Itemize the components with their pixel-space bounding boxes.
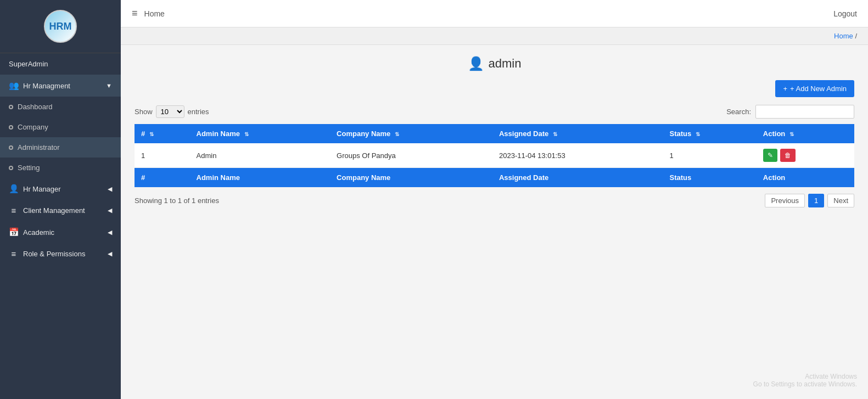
academic-icon: 📅 — [9, 227, 19, 237]
sidebar-item-client-management[interactable]: ≡ Client Management ◀ — [0, 200, 121, 221]
page-1-button[interactable]: 1 — [808, 194, 824, 207]
hr-manager-icon: 👤 — [9, 184, 19, 194]
page-title-bar: 👤 admin — [135, 56, 854, 71]
delete-button[interactable]: 🗑 — [780, 149, 796, 162]
page-title: admin — [489, 57, 522, 71]
sidebar-item-dashboard[interactable]: Dashboard — [0, 97, 121, 117]
sidebar: HRM SuperAdmin 👥 Hr Managment ▼ Dashboar… — [0, 0, 121, 399]
table-controls: Show 10 25 50 100 entries Search: — [135, 105, 854, 119]
topbar-left: ≡ Home — [132, 8, 165, 19]
hr-management-icon: 👥 — [9, 81, 19, 91]
sidebar-item-hr-manager[interactable]: 👤 Hr Manager ◀ — [0, 178, 121, 200]
table-row: 1 Admin Groups Of Pandya 2023-11-04 13:0… — [135, 143, 854, 168]
chevron-left-icon: ◀ — [108, 207, 112, 214]
cell-admin-name: Admin — [190, 143, 331, 168]
sidebar-item-administrator[interactable]: Administrator — [0, 137, 121, 158]
content-area: 👤 admin + + Add New Admin Show 10 25 50 … — [121, 45, 868, 399]
col-status[interactable]: Status ⇅ — [663, 124, 757, 143]
sidebar-user: SuperAdmin — [0, 53, 121, 75]
sidebar-menu: 👥 Hr Managment ▼ Dashboard Company Admin… — [0, 75, 121, 265]
showing-text: Showing 1 to 1 of 1 entries — [135, 196, 219, 205]
dot-icon — [9, 105, 13, 109]
footer-col-admin-name: Admin Name — [190, 168, 331, 188]
chevron-down-icon: ▼ — [106, 82, 112, 89]
cell-assigned-date: 2023-11-04 13:01:53 — [492, 143, 663, 168]
footer-col-num: # — [135, 168, 190, 188]
pagination-controls: Previous 1 Next — [765, 194, 854, 207]
col-assigned-date[interactable]: Assigned Date ⇅ — [492, 124, 663, 143]
show-entries: Show 10 25 50 100 entries — [135, 105, 209, 118]
add-new-admin-button[interactable]: + + Add New Admin — [775, 80, 854, 97]
table-footer-row: # Admin Name Company Name Assigned Date … — [135, 168, 854, 188]
sidebar-logo: HRM — [0, 0, 121, 53]
chevron-left-icon: ◀ — [108, 229, 112, 236]
breadcrumb: Home / — [121, 27, 868, 45]
search-bar: Search: — [726, 105, 854, 119]
show-label: Show — [135, 108, 153, 116]
dot-icon — [9, 145, 13, 150]
logout-button[interactable]: Logout — [833, 9, 857, 18]
client-management-icon: ≡ — [9, 206, 19, 215]
col-num[interactable]: # ⇅ — [135, 124, 190, 143]
breadcrumb-separator: / — [855, 32, 857, 40]
main-content: ≡ Home Logout Home / 👤 admin + + Add New… — [121, 0, 868, 399]
hamburger-icon[interactable]: ≡ — [132, 8, 138, 19]
footer-col-company-name: Company Name — [330, 168, 492, 188]
footer-col-action: Action — [757, 168, 854, 188]
topbar: ≡ Home Logout — [121, 0, 868, 27]
cell-num: 1 — [135, 143, 190, 168]
role-permissions-icon: ≡ — [9, 249, 19, 258]
cell-company-name: Groups Of Pandya — [330, 143, 492, 168]
sidebar-item-hr-management[interactable]: 👥 Hr Managment ▼ — [0, 75, 121, 97]
chevron-left-icon: ◀ — [108, 250, 112, 257]
footer-col-assigned-date: Assigned Date — [492, 168, 663, 188]
sidebar-item-academic[interactable]: 📅 Academic ◀ — [0, 221, 121, 243]
logo-icon: HRM — [44, 10, 77, 43]
plus-icon: + — [783, 85, 787, 93]
admin-user-icon: 👤 — [468, 56, 484, 71]
next-button[interactable]: Next — [827, 194, 854, 207]
col-company-name[interactable]: Company Name ⇅ — [330, 124, 492, 143]
previous-button[interactable]: Previous — [765, 194, 805, 207]
topbar-home-link[interactable]: Home — [144, 9, 165, 18]
footer-col-status: Status — [663, 168, 757, 188]
add-btn-bar: + + Add New Admin — [135, 80, 854, 97]
search-input[interactable] — [755, 105, 854, 119]
admin-table: # ⇅ Admin Name ⇅ Company Name ⇅ Assigned… — [135, 124, 854, 187]
col-admin-name[interactable]: Admin Name ⇅ — [190, 124, 331, 143]
chevron-left-icon: ◀ — [108, 186, 112, 193]
cell-action: ✎ 🗑 — [757, 143, 854, 168]
pagination-bar: Showing 1 to 1 of 1 entries Previous 1 N… — [135, 194, 854, 207]
cell-status: 1 — [663, 143, 757, 168]
sidebar-item-setting[interactable]: Setting — [0, 158, 121, 178]
search-label: Search: — [726, 108, 751, 116]
entries-select[interactable]: 10 25 50 100 — [156, 105, 184, 118]
sidebar-item-role-permissions[interactable]: ≡ Role & Permissions ◀ — [0, 243, 121, 265]
entries-label: entries — [188, 108, 209, 116]
table-header-row: # ⇅ Admin Name ⇅ Company Name ⇅ Assigned… — [135, 124, 854, 143]
dot-icon — [9, 125, 13, 130]
col-action[interactable]: Action ⇅ — [757, 124, 854, 143]
sidebar-item-company[interactable]: Company — [0, 117, 121, 137]
edit-button[interactable]: ✎ — [763, 149, 777, 162]
dot-icon — [9, 166, 13, 170]
breadcrumb-home[interactable]: Home — [834, 32, 853, 40]
